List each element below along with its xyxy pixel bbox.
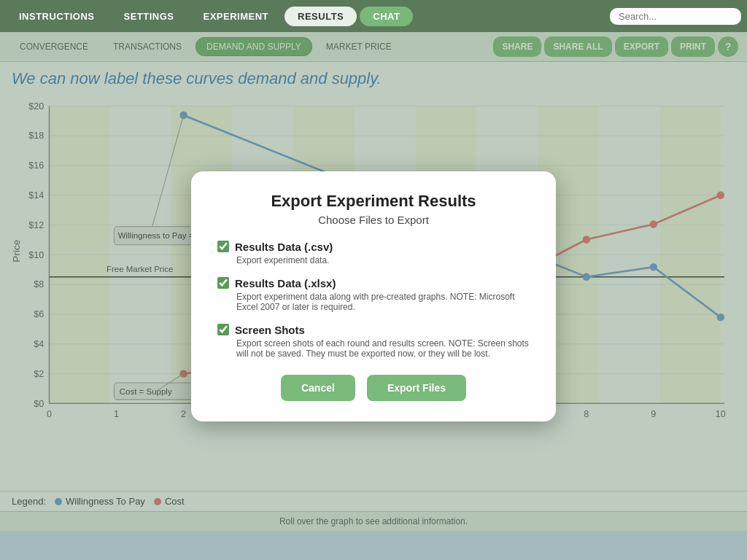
tab-settings[interactable]: SETTINGS <box>111 7 187 26</box>
modal-option-screenshots-title: Screen Shots <box>217 324 530 336</box>
xlsx-label: Results Data (.xlsx) <box>235 277 336 289</box>
screenshots-desc: Export screen shots of each round and re… <box>236 338 530 359</box>
modal-actions: Cancel Export Files <box>217 375 530 401</box>
tab-results[interactable]: RESULTS <box>285 7 357 26</box>
export-files-button[interactable]: Export Files <box>367 375 466 401</box>
modal-option-screenshots: Screen Shots Export screen shots of each… <box>217 324 530 359</box>
modal-option-csv-title: Results Data (.csv) <box>217 241 530 253</box>
tab-experiment[interactable]: EXPERIMENT <box>190 7 282 26</box>
modal-subtitle: Choose Files to Export <box>217 214 530 226</box>
modal-option-xlsx: Results Data (.xlsx) Export experiment d… <box>217 277 530 312</box>
tab-chat[interactable]: CHAT <box>360 7 413 26</box>
modal-title: Export Experiment Results <box>217 192 530 211</box>
csv-checkbox[interactable] <box>217 241 229 252</box>
csv-desc: Export experiment data. <box>236 255 530 265</box>
search-input[interactable] <box>610 8 741 25</box>
tab-instructions[interactable]: INSTRUCTIONS <box>6 7 108 26</box>
cancel-button[interactable]: Cancel <box>281 375 355 401</box>
modal-overlay: Export Experiment Results Choose Files t… <box>0 32 747 560</box>
screenshots-checkbox[interactable] <box>217 324 229 335</box>
xlsx-desc: Export experiment data along with pre-cr… <box>236 292 530 312</box>
modal-option-csv: Results Data (.csv) Export experiment da… <box>217 241 530 265</box>
export-modal: Export Experiment Results Choose Files t… <box>191 171 556 421</box>
csv-label: Results Data (.csv) <box>235 241 333 253</box>
modal-option-xlsx-title: Results Data (.xlsx) <box>217 277 530 289</box>
screenshots-label: Screen Shots <box>235 324 305 336</box>
xlsx-checkbox[interactable] <box>217 277 229 289</box>
top-nav: INSTRUCTIONS SETTINGS EXPERIMENT RESULTS… <box>0 0 747 32</box>
